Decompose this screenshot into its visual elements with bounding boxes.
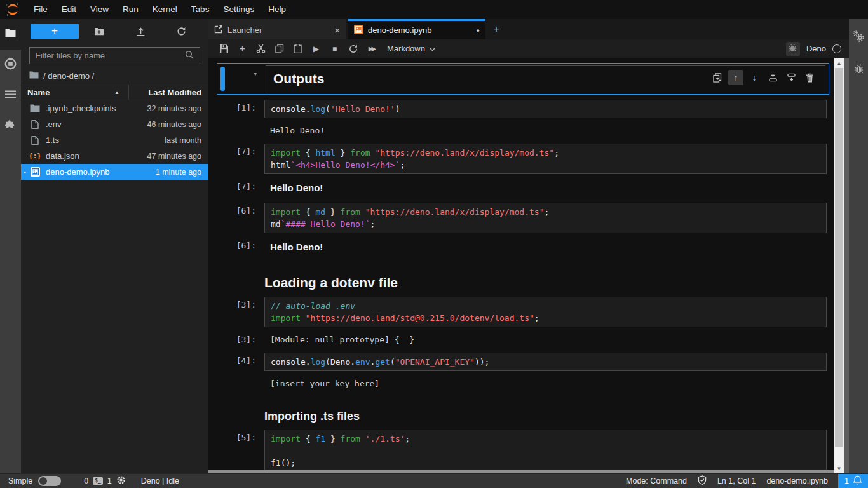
notification-badge[interactable]: 1 [838, 474, 868, 488]
run-cell-icon[interactable]: ▶ [307, 44, 325, 53]
cursor-position[interactable]: Ln 1, Col 1 [717, 477, 756, 485]
notebook-file-icon [29, 167, 41, 177]
tab-launcher[interactable]: Launcher × [208, 19, 346, 39]
code-cell[interactable]: [5]:import { f1 } from './1.ts'; f1(); [217, 430, 829, 470]
cell-type-dropdown[interactable]: Markdown [387, 44, 435, 53]
cell-prompt: ▾ [225, 65, 266, 78]
scrollbar-thumb[interactable] [835, 68, 843, 447]
move-cell-down-icon[interactable]: ↓ [747, 70, 762, 85]
scrollbar-track[interactable] [834, 68, 844, 463]
file-row[interactable]: .env46 minutes ago [21, 116, 208, 132]
menu-file[interactable]: File [27, 0, 55, 19]
delete-cell-icon[interactable] [802, 70, 817, 85]
paste-cells-icon[interactable] [288, 44, 307, 53]
markdown-cell[interactable]: Loading a dotenv file [217, 262, 829, 297]
insert-cell-below-icon[interactable] [783, 70, 799, 85]
simple-mode-toggle[interactable] [38, 476, 61, 486]
right-activity-bar [849, 19, 868, 473]
menu-tabs[interactable]: Tabs [184, 0, 217, 19]
restart-kernel-icon[interactable] [344, 44, 362, 53]
cell-prompt [224, 410, 264, 413]
markdown-cell[interactable]: Importing .ts files [217, 396, 829, 430]
vertical-scrollbar[interactable]: ▲ ▼ [834, 58, 844, 473]
command-mode-indicator[interactable]: Mode: Command [626, 477, 687, 485]
file-row[interactable]: ●deno-demo.ipynb1 minute ago [21, 164, 208, 180]
copy-cells-icon[interactable] [270, 44, 288, 53]
menu-run[interactable]: Run [116, 0, 146, 19]
close-tab-icon[interactable]: × [334, 25, 340, 35]
home-folder-icon [29, 71, 39, 81]
file-row[interactable]: .ipynb_checkpoints32 minutes ago [21, 100, 208, 116]
file-row[interactable]: {:}data.json47 minutes ago [21, 148, 208, 164]
new-launcher-button[interactable]: + [31, 24, 79, 39]
enable-debugger-button[interactable] [786, 42, 800, 56]
output-text: Hello Deno! [264, 179, 829, 194]
cell-prompt [224, 275, 264, 278]
sidebar-item-table-of-contents[interactable] [0, 80, 21, 111]
kernel-status-text[interactable]: Deno | Idle [141, 477, 179, 485]
status-filename[interactable]: deno-demo.ipynb [766, 477, 828, 485]
file-row[interactable]: 1.tslast month [21, 132, 208, 148]
launcher-icon [214, 25, 223, 36]
code-editor[interactable]: import { f1 } from './1.ts'; f1(); [264, 430, 827, 470]
code-editor[interactable]: console.log('Hello Deno!') [264, 100, 827, 118]
sidebar-item-file-browser[interactable] [0, 19, 21, 50]
column-header-name[interactable]: Name ▲ [21, 85, 129, 100]
filter-files-input[interactable] [36, 51, 185, 60]
insert-cell-icon[interactable]: + [233, 43, 252, 55]
code-editor[interactable]: console.log(Deno.env.get("OPENAI_API_KEY… [264, 353, 827, 371]
kernel-status-idle-circle[interactable] [832, 44, 841, 53]
column-header-last-modified[interactable]: Last Modified [129, 88, 208, 97]
cell-collapser[interactable] [217, 275, 221, 290]
save-icon[interactable] [215, 44, 233, 53]
duplicate-cell-icon[interactable] [710, 70, 725, 85]
debugger-sidebar-bug-icon[interactable] [854, 64, 864, 76]
scroll-up-button[interactable]: ▲ [834, 58, 844, 68]
tab-notebook[interactable]: deno-demo.ipynb ● [348, 19, 485, 39]
menu-view[interactable]: View [83, 0, 116, 19]
sidebar-item-running-sessions[interactable] [0, 50, 21, 80]
code-editor[interactable]: // auto-load .envimport "https://deno.la… [264, 297, 827, 327]
kernel-sessions-icon[interactable] [116, 475, 126, 487]
execution-count: [7]: [224, 144, 264, 156]
cut-cells-icon[interactable] [252, 44, 270, 53]
insert-cell-above-icon[interactable] [765, 70, 780, 85]
upload-files-button[interactable] [120, 27, 161, 36]
refresh-file-list-button[interactable] [161, 27, 202, 36]
terminal-icon[interactable]: $_ [93, 477, 103, 485]
execution-count: [4]: [224, 353, 264, 365]
code-cell[interactable]: [3]:// auto-load .envimport "https://den… [217, 297, 829, 327]
code-cell[interactable]: [4]:console.log(Deno.env.get("OPENAI_API… [217, 353, 829, 371]
code-editor[interactable]: import { html } from "https://deno.land/… [264, 144, 827, 174]
code-cell[interactable]: [6]:import { md } from "https://deno.lan… [217, 203, 829, 233]
cell-collapser[interactable] [217, 410, 221, 423]
move-cell-up-icon[interactable]: ↑ [728, 70, 743, 85]
code-cell[interactable]: [1]:console.log('Hello Deno!') [217, 100, 829, 118]
cell-output: Hello Deno! [217, 123, 829, 135]
jupyterlab-window: FileEditViewRunKernelTabsSettingsHelp + [0, 0, 868, 488]
sidebar-item-extension-manager[interactable] [0, 111, 21, 141]
restart-run-all-icon[interactable]: ▶▶ [362, 45, 381, 52]
output-text: [Module: null prototype] { } [264, 332, 829, 344]
heading-collapse-icon[interactable]: ▾ [253, 70, 257, 78]
code-cell[interactable]: [7]:import { html } from "https://deno.l… [217, 144, 829, 174]
files-folder-icon [5, 29, 16, 40]
file-modified: last month [133, 136, 208, 145]
interrupt-kernel-icon[interactable]: ■ [325, 44, 344, 53]
menu-kernel[interactable]: Kernel [146, 0, 184, 19]
property-inspector-gears-icon[interactable] [853, 30, 864, 44]
new-folder-button[interactable] [79, 27, 120, 36]
kernel-name[interactable]: Deno [806, 44, 826, 53]
search-icon [185, 50, 194, 61]
menu-settings[interactable]: Settings [216, 0, 261, 19]
cell-collapser[interactable] [220, 67, 225, 91]
sort-ascending-icon: ▲ [114, 90, 119, 95]
breadcrumb[interactable]: / deno-demo / [21, 67, 208, 85]
new-tab-button[interactable]: + [487, 19, 505, 39]
scroll-down-button[interactable]: ▼ [834, 463, 844, 473]
markdown-cell[interactable]: ▾Outputs ↑ ↓ [217, 63, 829, 95]
code-editor[interactable]: import { md } from "https://deno.land/x/… [264, 203, 827, 233]
menu-edit[interactable]: Edit [55, 0, 83, 19]
main-work-area: Launcher × deno-demo.ipynb ● + + ▶ ■ [208, 19, 849, 473]
menu-help[interactable]: Help [261, 0, 293, 19]
